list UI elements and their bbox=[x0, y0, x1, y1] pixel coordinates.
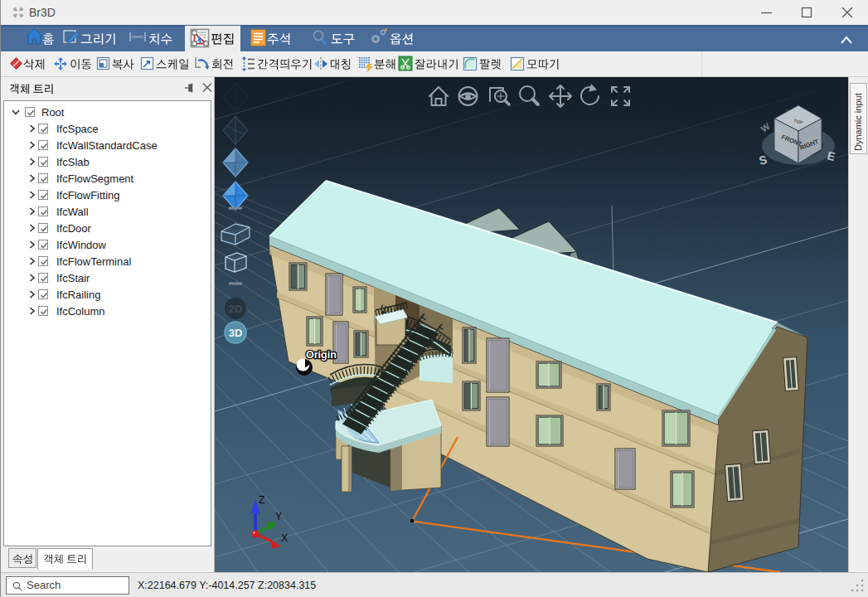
svg-text:3D: 3D bbox=[229, 327, 243, 339]
svg-text:X: X bbox=[281, 532, 288, 544]
svg-text:Z: Z bbox=[259, 494, 264, 506]
svg-text:Origin: Origin bbox=[306, 349, 337, 361]
svg-text:2D: 2D bbox=[229, 303, 243, 315]
svg-text:Y: Y bbox=[275, 511, 282, 522]
